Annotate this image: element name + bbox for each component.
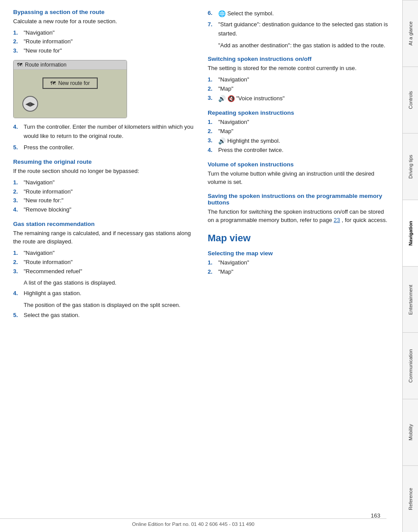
list-item: 3. 🔊 Highlight the symbol. <box>208 136 389 146</box>
section-saving-intro: The function for switching the spoken in… <box>208 208 389 225</box>
globe-icon: 🌐 <box>218 9 226 18</box>
section-switching-title: Switching spoken instructions on/off <box>208 56 389 62</box>
section-gas-steps-3: 5.Select the gas station. <box>13 311 195 320</box>
left-column: Bypassing a section of the route Calcula… <box>13 9 195 323</box>
right-column: 6. 🌐 Select the symbol. 7. "Start guidan… <box>208 9 389 323</box>
list-item: 5.Press the controller. <box>13 143 195 152</box>
section-resuming-title: Resuming the original route <box>13 159 195 165</box>
list-item: 1."Navigation" <box>13 249 195 258</box>
tab-at-a-glance[interactable]: At a glance <box>403 0 418 67</box>
section-selecting-steps: 1."Navigation" 2."Map" <box>208 258 389 277</box>
section-bypassing-title: Bypassing a section of the route <box>13 9 195 15</box>
sound-off-icon: 🔇 <box>227 94 235 103</box>
screenshot-titlebar: 🗺 Route information <box>14 60 127 70</box>
section-selecting-title: Selecting the map view <box>208 250 389 257</box>
section-resuming-steps: 1."Navigation" 2."Route information" 3."… <box>13 178 195 215</box>
section-repeating-steps: 1."Navigation" 2."Map" 3. 🔊 Highlight th… <box>208 118 389 155</box>
tab-communication[interactable]: Communication <box>403 332 418 399</box>
step7-indent: "Add as another destination": the gas st… <box>218 41 389 50</box>
sound-on-icon: 🔊 <box>218 94 226 103</box>
gas-step4-indent: The position of the gas station is displ… <box>24 301 195 310</box>
tab-controls[interactable]: Controls <box>403 67 418 133</box>
list-item: 6. 🌐 Select the symbol. <box>208 9 389 18</box>
list-item: 4."Remove blocking" <box>13 205 195 215</box>
map-view-title: Map view <box>208 233 389 244</box>
section-bypassing-steps-2: 4.Turn the controller. Enter the number … <box>13 123 195 141</box>
tab-driving-tips[interactable]: Driving tips <box>403 133 418 200</box>
tab-mobility[interactable]: Mobility <box>403 399 418 465</box>
nav-arrow: ◀▶ <box>22 96 38 112</box>
right-steps-top: 6. 🌐 Select the symbol. 7. "Start guidan… <box>208 9 389 39</box>
list-item: 1."Navigation" <box>208 75 389 85</box>
gas-step3-indent: A list of the gas stations is displayed. <box>24 278 195 287</box>
list-item: 3."New route for" <box>13 46 195 56</box>
section-bypassing-intro: Calculate a new route for a route sectio… <box>13 17 195 26</box>
page-number: 163 <box>371 512 380 519</box>
list-item: 7. "Start guidance": destination guidanc… <box>208 20 389 39</box>
section-gas-intro: The remaining range is calculated, and i… <box>13 229 195 246</box>
list-item: 3."Recommended refuel" <box>13 267 195 276</box>
main-content: Bypassing a section of the route Calcula… <box>0 0 402 532</box>
list-item: 2."Route information" <box>13 37 195 46</box>
section-repeating-title: Repeating spoken instructions <box>208 109 389 116</box>
list-item: 2."Map" <box>208 268 389 277</box>
section-gas-steps-2: 4.Highlight a gas station. <box>13 289 195 298</box>
screenshot-overlay: 🗺 New route for <box>43 78 98 89</box>
section-bypassing-steps: 1."Navigation" 2."Route information" 3."… <box>13 28 195 56</box>
tab-navigation[interactable]: Navigation <box>403 200 418 266</box>
route-icon: 🗺 <box>17 62 22 68</box>
tab-entertainment[interactable]: Entertainment <box>403 266 418 333</box>
section-gas-title: Gas station recommendation <box>13 221 195 227</box>
section-volume-intro: Turn the volume button while giving an i… <box>208 169 389 187</box>
tab-reference[interactable]: Reference <box>403 465 418 532</box>
list-item: 1."Navigation" <box>208 118 389 127</box>
list-item: 2."Route information" <box>13 187 195 197</box>
list-item: 3."New route for:" <box>13 196 195 205</box>
right-tabs: At a glance Controls Driving tips Naviga… <box>402 0 418 532</box>
footer: Online Edition for Part no. 01 40 2 606 … <box>0 518 386 527</box>
list-item: 4.Highlight a gas station. <box>13 289 195 298</box>
footer-text: Online Edition for Part no. 01 40 2 606 … <box>132 521 254 527</box>
section-switching-intro: The setting is stored for the remote con… <box>208 64 389 73</box>
list-item: 2."Route information" <box>13 258 195 267</box>
section-switching-steps: 1."Navigation" 2."Map" 3. 🔊 🔇 "Voice ins… <box>208 75 389 103</box>
list-item: 2."Map" <box>208 127 389 136</box>
section-resuming-intro: If the route section should no longer be… <box>13 167 195 176</box>
overlay-icon: 🗺 <box>50 80 56 86</box>
list-item: 4.Turn the controller. Enter the number … <box>13 123 195 141</box>
list-item: 3. 🔊 🔇 "Voice instructions" <box>208 94 389 103</box>
page-link[interactable]: 23 <box>334 217 340 223</box>
section-saving-title: Saving the spoken instructions on the pr… <box>208 193 389 206</box>
list-item: 1."Navigation" <box>13 28 195 38</box>
section-gas-steps: 1."Navigation" 2."Route information" 3."… <box>13 249 195 276</box>
screenshot-content: 🗺 New route for ◀▶ <box>14 70 127 118</box>
list-item: 1."Navigation" <box>208 258 389 268</box>
section-bypassing-steps-3: 5.Press the controller. <box>13 143 195 152</box>
list-item: 2."Map" <box>208 85 389 94</box>
list-item: 1."Navigation" <box>13 178 195 187</box>
section-volume-title: Volume of spoken instructions <box>208 161 389 168</box>
route-screenshot: 🗺 Route information 🗺 New route for ◀▶ <box>13 60 127 118</box>
list-item: 5.Select the gas station. <box>13 311 195 320</box>
highlight-sound-icon: 🔊 <box>218 136 226 146</box>
list-item: 4.Press the controller twice. <box>208 146 389 155</box>
